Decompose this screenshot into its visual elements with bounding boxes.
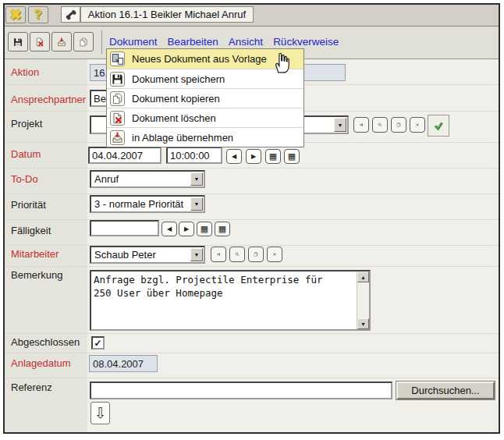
scroll-down-button[interactable]: ▼ [357,318,369,329]
prioritaet-value: 3 - normale Priorität [91,198,190,210]
label-referenz: Referenz [11,381,52,393]
mitarbeiter-copy-button[interactable] [248,247,264,262]
save-icon [13,36,23,48]
todo-select[interactable]: Anruf ▼ [90,170,205,188]
todo-value: Anruf [91,173,190,185]
mitarbeiter-select[interactable]: Schaub Peter ▼ [90,246,205,264]
label-datum: Datum [11,148,41,160]
scroll-up-button[interactable]: ▲ [357,271,369,282]
chevron-down-icon[interactable]: ▼ [190,197,203,211]
chevron-down-icon[interactable]: ▼ [190,248,203,261]
arrow-right-icon: ▶ [184,225,189,232]
menu-ansicht[interactable]: Ansicht [229,36,263,48]
help-button[interactable]: ? [28,6,48,23]
phone-icon [65,9,77,21]
label-projekt: Projekt [11,118,42,130]
save-icon [112,73,123,85]
mitarbeiter-goto-button[interactable] [211,247,226,262]
projekt-copy-button[interactable] [391,117,406,133]
window-title: Aktion 16.1-1 Beikler Michael Anruf [80,6,254,23]
row-separator [5,193,499,194]
row-separator [5,168,499,169]
menu-rueckverweise[interactable]: Rückverweise [273,36,339,48]
browse-button[interactable]: Durchsuchen... [396,381,495,399]
bemerkung-text: Anfrage bzgl. Projectile Enterprise für … [91,271,357,329]
datum-next-button[interactable]: ▶ [246,149,261,164]
referenz-input[interactable] [90,381,392,399]
row-separator [5,219,499,220]
menu-item-dokument-loeschen[interactable]: Dokument löschen [107,108,303,127]
help-icon: ? [34,9,42,21]
label-anlagedatum: Anlagedatum [11,357,71,369]
green-check-icon [433,116,444,135]
anlagedatum-field: 08.04.2007 [89,355,158,372]
copy-icon [112,93,123,105]
close-icon: ✖ [9,8,21,22]
faelligkeit-prev-button[interactable]: ◀ [161,222,177,236]
row-separator [5,245,499,246]
goto-icon [359,119,364,131]
confirm-button[interactable] [428,115,449,137]
bemerkung-textarea[interactable]: Anfrage bzgl. Projectile Enterprise für … [90,270,371,331]
label-faelligkeit: Fälligkeit [11,225,51,236]
mitarbeiter-clear-button[interactable] [267,247,282,262]
title-bar: ✖ ? Aktion 16.1-1 Beikler Michael Anruf [5,5,499,27]
referenz-down-button[interactable]: ⇩ [91,402,110,424]
label-mitarbeiter: Mitarbeiter [11,248,59,260]
delete-document-button[interactable] [30,32,50,51]
menu-item-dokument-kopieren[interactable]: Dokument kopieren [107,88,303,108]
calendar-icon: ▦ [288,152,296,161]
search-icon [378,119,382,131]
projekt-clear-button[interactable] [410,117,425,133]
mitarbeiter-search-button[interactable] [229,247,245,262]
faelligkeit-next-button[interactable]: ▶ [179,222,194,236]
label-bemerkung: Bemerkung [11,269,62,281]
abgeschlossen-checkbox[interactable]: ✓ [91,336,105,350]
datum-prev-button[interactable]: ◀ [226,149,242,164]
copy-document-button[interactable] [73,32,94,51]
datum-calendar-button[interactable]: ▦ [265,149,281,164]
toolbar-separator [101,30,102,54]
menu-item-in-ablage-uebernehmen[interactable]: in Ablage übernehmen [107,127,303,147]
arrow-left-icon: ◀ [232,153,236,160]
chevron-down-icon[interactable]: ▼ [190,172,203,186]
arrow-up-icon: ▲ [360,275,366,280]
menu-item-label: in Ablage übernehmen [132,132,233,144]
menu-item-label: Dokument kopieren [132,93,220,105]
save-button[interactable] [8,32,28,51]
projekt-goto-button[interactable] [353,117,369,133]
close-button[interactable]: ✖ [5,6,26,23]
menu-bearbeiten[interactable]: Bearbeiten [168,36,218,48]
projekt-search-button[interactable] [372,117,388,133]
menu-dokument[interactable]: Dokument [109,36,158,48]
menu-bar: Dokument Bearbeiten Ansicht Rückverweise [109,36,339,48]
calendar-icon: ▦ [218,225,226,233]
arrow-right-icon: ▶ [251,153,256,160]
copy-icon [396,119,401,131]
delete-icon [112,112,123,124]
copy-icon [254,248,258,261]
menu-item-label: Dokument löschen [132,112,216,124]
arrow-down-icon: ▼ [360,321,366,327]
archive-icon [57,36,66,48]
datum-time-picker-button[interactable]: ▦ [284,149,300,164]
datum-time-input[interactable]: 10:00:00 [166,147,222,164]
chevron-down-icon[interactable]: ▼ [334,118,346,132]
faelligkeit-calendar2-button[interactable]: ▦ [215,222,230,236]
prioritaet-select[interactable]: 3 - normale Priorität ▼ [90,195,205,213]
row-separator [5,333,499,334]
hand-cursor-icon [272,51,290,76]
datum-date-input[interactable]: 04.04.2007 [88,147,161,164]
document-type-badge [61,6,80,23]
form-label-column [5,59,87,432]
scrollbar[interactable]: ▲ ▼ [357,271,369,329]
row-separator [5,353,499,353]
hollow-down-arrow-icon: ⇩ [94,404,107,422]
menu-item-label: Dokument speichern [132,73,225,85]
close-icon [415,119,420,131]
label-ansprechpartner: Ansprechpartner [11,94,86,105]
faelligkeit-input[interactable] [90,220,159,236]
archive-button[interactable] [51,32,72,51]
faelligkeit-calendar-button[interactable]: ▦ [197,222,212,236]
label-todo: To-Do [11,173,38,185]
